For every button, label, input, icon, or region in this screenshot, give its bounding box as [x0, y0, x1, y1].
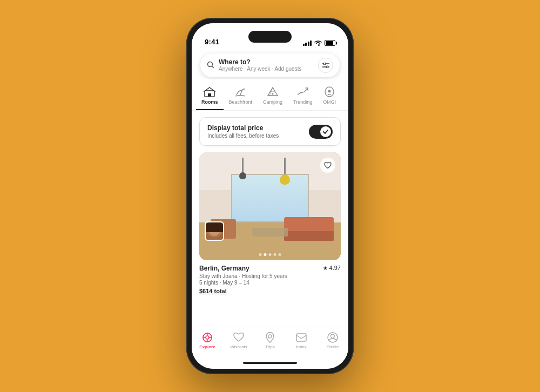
room-photo [199, 152, 341, 260]
nav-explore-label: Explore [199, 344, 215, 349]
wifi-icon [314, 40, 322, 46]
svg-point-4 [323, 63, 326, 65]
host-avatar [205, 221, 224, 241]
room-table [252, 228, 288, 236]
listing-location: Berlin, Germany [199, 265, 249, 272]
home-indicator [192, 357, 348, 369]
svg-line-1 [212, 66, 214, 67]
pendant-light-1 [242, 158, 244, 179]
image-pagination [259, 253, 281, 256]
listing-dates: 5 nights · May 9 – 14 [199, 280, 341, 286]
listing-price: $614 total [199, 288, 341, 294]
tab-camping[interactable]: Camping [258, 84, 288, 110]
listing-host: Stay with Joana · Hosting for 5 years [199, 273, 341, 279]
svg-rect-7 [208, 93, 211, 97]
rooms-icon [204, 86, 215, 98]
listing-info: Berlin, Germany ★ 4.97 Stay with Joana ·… [199, 260, 341, 294]
nav-profile[interactable]: Profile [317, 332, 348, 349]
svg-point-21 [331, 334, 335, 338]
phone-screen: 9:41 [192, 23, 348, 369]
nav-inbox[interactable]: Inbox [286, 332, 317, 349]
listing-image [199, 152, 341, 260]
signal-icon [303, 40, 312, 46]
room-window [231, 174, 309, 222]
room-sofa [284, 217, 334, 241]
svg-point-9 [272, 93, 274, 95]
listing-header: Berlin, Germany ★ 4.97 [199, 265, 341, 272]
battery-icon [325, 40, 335, 46]
search-text: Where to? Anywhere · Any week · Add gues… [219, 58, 314, 72]
svg-rect-19 [296, 334, 306, 341]
status-time: 9:41 [205, 38, 219, 46]
listing-price-value: $614 total [199, 288, 227, 294]
dot-2 [264, 253, 267, 256]
nav-inbox-label: Inbox [296, 344, 307, 349]
camping-icon [267, 86, 279, 98]
dot-1 [259, 253, 262, 256]
category-tabs: Rooms Beachfront [192, 79, 348, 111]
nav-explore[interactable]: Explore [192, 332, 223, 349]
avatar-hair [206, 222, 223, 232]
pendant-light-2 [284, 158, 286, 185]
tab-rooms-label: Rooms [201, 99, 218, 105]
nav-profile-label: Profile [327, 344, 339, 349]
search-title: Where to? [219, 58, 314, 66]
search-section: Where to? Anywhere · Any week · Add gues… [192, 49, 348, 79]
wishlists-icon [233, 332, 244, 343]
total-price-toggle[interactable] [309, 125, 333, 139]
toggle-title: Display total price [207, 124, 279, 132]
wishlist-button[interactable] [320, 158, 335, 173]
tab-trending-label: Trending [293, 99, 312, 105]
dynamic-island [248, 31, 292, 43]
tab-camping-label: Camping [263, 99, 282, 105]
trips-icon [265, 332, 275, 343]
search-icon [207, 61, 214, 70]
total-price-card: Display total price Includes all fees, b… [199, 117, 341, 146]
explore-icon [202, 332, 213, 343]
nav-wishlists[interactable]: Wishlists [223, 332, 254, 349]
beachfront-icon [234, 86, 246, 98]
tab-omg-label: OMG! [323, 99, 336, 105]
svg-point-13 [206, 336, 209, 339]
listing-card[interactable]: Berlin, Germany ★ 4.97 Stay with Joana ·… [199, 152, 341, 294]
tab-rooms[interactable]: Rooms [196, 84, 224, 110]
dot-4 [274, 253, 276, 256]
profile-icon [327, 332, 338, 343]
phone-device: 9:41 [186, 18, 354, 374]
dot-3 [269, 253, 272, 256]
home-bar [243, 362, 297, 364]
search-bar[interactable]: Where to? Anywhere · Any week · Add gues… [200, 53, 340, 77]
toggle-knob [320, 126, 331, 137]
app-content: Where to? Anywhere · Any week · Add gues… [192, 49, 348, 327]
trending-icon [297, 86, 309, 98]
tab-omg[interactable]: OMG! [318, 84, 341, 110]
search-subtitle: Anywhere · Any week · Add guests [219, 66, 314, 72]
dot-5 [279, 253, 281, 256]
tab-trending[interactable]: Trending [288, 84, 318, 110]
rating-value: 4.97 [329, 265, 341, 271]
svg-point-18 [268, 335, 272, 338]
filter-button[interactable] [318, 58, 333, 73]
toggle-subtitle: Includes all fees, before taxes [207, 133, 279, 139]
bottom-nav: Explore Wishlists [192, 327, 348, 357]
svg-point-5 [326, 66, 328, 68]
nav-trips-label: Trips [265, 344, 274, 349]
tab-beachfront-label: Beachfront [229, 99, 253, 105]
host-avatar-image [206, 222, 223, 240]
status-icons [303, 40, 336, 46]
phone-body: 9:41 [186, 18, 354, 374]
tab-beachfront[interactable]: Beachfront [224, 84, 258, 110]
star-icon: ★ [323, 265, 328, 271]
nav-trips[interactable]: Trips [254, 332, 286, 349]
nav-wishlists-label: Wishlists [230, 344, 247, 349]
inbox-icon [296, 332, 307, 343]
listing-rating: ★ 4.97 [323, 265, 341, 271]
svg-point-11 [328, 90, 331, 93]
omg-icon [323, 86, 335, 98]
toggle-card-text: Display total price Includes all fees, b… [207, 124, 279, 139]
